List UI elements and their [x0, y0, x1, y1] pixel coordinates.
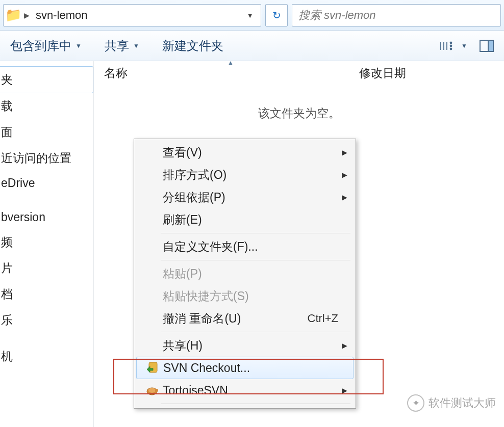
menu-customize-folder[interactable]: 自定义文件夹(F)...	[135, 235, 355, 258]
watermark-text: 软件测试大师	[429, 395, 496, 411]
view-options-button[interactable]: ▼	[440, 40, 467, 51]
tortoise-svn-icon	[141, 384, 163, 397]
sidebar-spacer	[0, 195, 93, 205]
wechat-icon: ✦	[407, 394, 424, 412]
include-label: 包含到库中	[10, 38, 71, 54]
svg-point-11	[155, 389, 158, 392]
menu-group[interactable]: 分组依据(P) ▶	[135, 186, 355, 208]
menu-undo-rename[interactable]: 撤消 重命名(U) Ctrl+Z	[135, 307, 355, 330]
svg-rect-7	[488, 40, 493, 51]
toolbar: 包含到库中 ▼ 共享 ▼ 新建文件夹 ▼	[0, 31, 504, 61]
chevron-down-icon: ▼	[75, 42, 82, 49]
column-headers: 名称 修改日期	[94, 61, 504, 85]
submenu-arrow-icon: ▶	[342, 341, 347, 350]
svg-point-3	[450, 42, 452, 43]
watermark: ✦ 软件测试大师	[407, 394, 496, 412]
empty-folder-message: 该文件夹为空。	[94, 105, 504, 121]
submenu-arrow-icon: ▶	[342, 193, 347, 201]
breadcrumb-folder[interactable]: svn-lemon	[33, 9, 90, 22]
menu-view[interactable]: 查看(V) ▶	[135, 141, 355, 164]
svg-point-4	[450, 45, 452, 46]
new-folder-label: 新建文件夹	[162, 38, 223, 54]
breadcrumb-separator-icon[interactable]: ▶	[21, 11, 33, 19]
submenu-arrow-icon: ▶	[342, 171, 347, 179]
context-menu: 查看(V) ▶ 排序方式(O) ▶ 分组依据(P) ▶ 刷新(E) 自定义文件夹…	[134, 139, 356, 409]
refresh-button[interactable]: ↻	[265, 4, 288, 26]
sidebar-item[interactable]: 机	[0, 343, 93, 369]
sidebar-item[interactable]: 乐	[0, 307, 93, 333]
sidebar-item[interactable]: 夹	[0, 66, 93, 93]
sidebar-item[interactable]: bversion	[0, 205, 93, 229]
svn-checkout-icon	[142, 361, 163, 375]
view-list-icon	[440, 40, 457, 51]
toolbar-right: ▼	[440, 40, 494, 52]
address-dropdown-icon[interactable]: ▼	[241, 11, 259, 19]
sidebar-item[interactable]: eDrive	[0, 171, 93, 195]
sidebar-item[interactable]: 面	[0, 119, 93, 145]
chevron-down-icon: ▼	[461, 42, 467, 49]
folder-icon: 📁	[6, 8, 21, 23]
menu-paste: 粘贴(P)	[135, 262, 355, 285]
menu-tortoise-svn[interactable]: TortoiseSVN ▶	[135, 379, 355, 402]
address-bar[interactable]: 📁 ▶ svn-lemon ▼	[3, 4, 261, 26]
menu-paste-shortcut: 粘贴快捷方式(S)	[135, 285, 355, 307]
address-row: 📁 ▶ svn-lemon ▼ ↻ 搜索 svn-lemon	[0, 0, 504, 31]
column-date[interactable]: 修改日期	[359, 65, 406, 81]
preview-pane-icon	[480, 40, 494, 52]
svg-point-5	[450, 48, 452, 49]
menu-share[interactable]: 共享(H) ▶	[135, 334, 355, 357]
search-placeholder: 搜索 svn-lemon	[298, 8, 376, 23]
menu-svn-checkout[interactable]: SVN Checkout...	[136, 357, 354, 379]
sidebar-item[interactable]: 载	[0, 93, 93, 119]
sidebar: 夹 载 面 近访问的位置 eDrive bversion 频 片 档 乐 机	[0, 61, 94, 427]
sidebar-item[interactable]: 档	[0, 281, 93, 307]
sidebar-item[interactable]: 近访问的位置	[0, 145, 93, 171]
menu-separator	[161, 404, 350, 404]
refresh-icon: ↻	[272, 9, 281, 21]
submenu-arrow-icon: ▶	[342, 386, 347, 394]
share-label: 共享	[105, 38, 129, 54]
include-in-library-button[interactable]: 包含到库中 ▼	[10, 38, 82, 54]
menu-separator	[161, 260, 350, 260]
svg-point-10	[148, 388, 156, 393]
submenu-arrow-icon: ▶	[342, 148, 347, 156]
share-button[interactable]: 共享 ▼	[105, 38, 139, 54]
column-name[interactable]: 名称	[104, 65, 359, 81]
search-input[interactable]: 搜索 svn-lemon	[292, 4, 501, 26]
menu-separator	[161, 233, 350, 233]
menu-separator	[161, 332, 350, 332]
new-folder-button[interactable]: 新建文件夹	[162, 38, 223, 54]
sort-indicator-icon: ▲	[228, 59, 234, 66]
sidebar-item[interactable]: 片	[0, 255, 93, 281]
preview-pane-button[interactable]	[480, 40, 494, 52]
menu-sort[interactable]: 排序方式(O) ▶	[135, 164, 355, 186]
sidebar-spacer	[0, 333, 93, 343]
menu-refresh[interactable]: 刷新(E)	[135, 208, 355, 231]
chevron-down-icon: ▼	[133, 42, 139, 49]
menu-shortcut: Ctrl+Z	[308, 312, 349, 325]
sidebar-item[interactable]: 频	[0, 229, 93, 255]
